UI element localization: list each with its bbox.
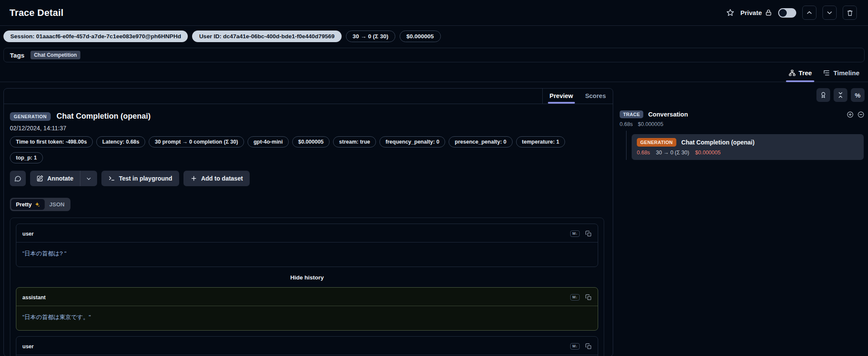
comment-button[interactable] — [10, 171, 26, 186]
format-json-tab[interactable]: JSON — [45, 199, 69, 210]
user-id-badge[interactable]: User ID: dc47a41e-06bc-400d-bde1-f0e440d… — [192, 31, 341, 42]
node-latency: 0.68s — [637, 150, 650, 156]
id-badges-row: Session: 01aaacf6-e0fe-457d-a7de-7c1ee08… — [0, 26, 868, 46]
metric-time-to-first-token: Time to first token: -498.00s — [10, 136, 93, 147]
metric-token-usage: 30 prompt → 0 completion (Σ 30) — [149, 136, 244, 147]
generation-node[interactable]: GENERATION Chat Completion (openai) 0.68… — [632, 134, 864, 160]
annotate-label: Annotate — [47, 175, 73, 182]
message-content: "日本の首都は? " — [16, 242, 598, 267]
metric-badges-row: Time to first token: -498.00s Latency: 0… — [10, 136, 607, 147]
markdown-toggle-icon[interactable]: M↓ — [570, 230, 580, 237]
metric-badges-row-2: top_p: 1 — [10, 152, 607, 163]
add-to-dataset-label: Add to dataset — [201, 175, 243, 182]
chevron-up-icon — [806, 9, 813, 16]
next-trace-button[interactable] — [822, 6, 837, 20]
sparkles-icon — [34, 202, 40, 207]
award-icon — [820, 92, 827, 98]
message-role: assistant — [22, 295, 46, 301]
observation-timestamp: 02/12/2024, 14:11:37 — [10, 125, 607, 132]
test-in-playground-label: Test in playground — [119, 175, 172, 182]
main-content: Preview Scores GENERATION Chat Completio… — [0, 82, 868, 356]
node-tokens: 30 → 0 (Σ 30) — [656, 150, 689, 156]
page-header: Trace Detail Private — [0, 0, 868, 25]
tree-icon — [789, 69, 796, 77]
node-cost: $0.000005 — [695, 150, 721, 156]
trace-type-badge: TRACE — [620, 110, 643, 118]
prev-trace-button[interactable] — [802, 6, 816, 20]
panel-tabbar: Preview Scores — [4, 89, 613, 104]
collapse-all-button[interactable] — [834, 88, 847, 102]
messages-container: user M↓ "日本の首都は? " Hide history assistan… — [10, 218, 604, 356]
copy-icon[interactable] — [585, 343, 592, 350]
copy-icon[interactable] — [585, 294, 592, 301]
metric-top-p: top_p: 1 — [10, 152, 43, 163]
zoom-out-circle-icon[interactable] — [857, 111, 865, 118]
annotate-split-button: Annotate — [30, 171, 97, 186]
format-toggle: Pretty JSON — [10, 198, 70, 211]
metric-latency: Latency: 0.68s — [96, 136, 145, 147]
pretty-label: Pretty — [16, 201, 32, 208]
tree-toolbar: % — [620, 88, 865, 102]
add-to-dataset-button[interactable]: Add to dataset — [183, 171, 250, 186]
tag-chat-competition[interactable]: Chat Competition — [31, 51, 80, 59]
generation-node-badge: GENERATION — [637, 138, 676, 147]
zoom-in-circle-icon[interactable] — [847, 111, 854, 118]
annotate-dropdown-button[interactable] — [80, 171, 97, 186]
metric-temperature: temperature: 1 — [516, 136, 565, 147]
percent-icon: % — [855, 92, 860, 99]
lock-icon — [765, 9, 772, 16]
metric-frequency-penalty: frequency_penalty: 0 — [379, 136, 445, 147]
session-badge[interactable]: Session: 01aaacf6-e0fe-457d-a7de-7c1ee08… — [3, 31, 188, 42]
copy-icon[interactable] — [585, 230, 592, 237]
total-cost-badge: $0.000005 — [400, 31, 441, 42]
token-usage-badge: 30 → 0 (Σ 30) — [346, 31, 395, 42]
action-buttons-row: Annotate Test in playground Add to datas… — [10, 171, 607, 186]
chevron-down-icon — [826, 9, 833, 16]
public-toggle[interactable] — [778, 8, 796, 18]
message-role: user — [22, 231, 34, 237]
delete-trace-button[interactable] — [843, 6, 857, 20]
generation-node-metrics: 0.68s 30 → 0 (Σ 30) $0.000005 — [637, 150, 859, 156]
hide-history-button[interactable]: Hide history — [16, 273, 598, 287]
annotate-button[interactable]: Annotate — [30, 171, 80, 186]
fold-vertical-icon — [837, 92, 844, 98]
trace-root-row[interactable]: TRACE Conversation — [620, 110, 865, 118]
toggle-knob — [779, 9, 787, 17]
trace-metrics: 0.68s $0.000005 — [620, 121, 865, 127]
privacy-control[interactable]: Private — [740, 9, 772, 16]
tab-timeline-label: Timeline — [833, 69, 859, 77]
message-user-2: user M↓ "ありがとう" — [16, 336, 598, 356]
metric-presence-penalty: presence_penalty: 0 — [449, 136, 512, 147]
chevron-down-icon — [86, 176, 92, 181]
message-assistant-1: assistant M↓ "日本の首都は東京です。" — [16, 287, 598, 331]
trace-cost: $0.000005 — [638, 121, 663, 127]
tab-scores[interactable]: Scores — [580, 89, 611, 104]
tags-label: Tags — [10, 52, 24, 59]
message-user-1: user M↓ "日本の首都は? " — [16, 224, 598, 267]
tab-preview[interactable]: Preview — [544, 89, 578, 104]
markdown-toggle-icon[interactable]: M↓ — [570, 294, 580, 301]
tree-guide-line — [626, 131, 627, 160]
format-pretty-tab[interactable]: Pretty — [11, 199, 45, 210]
metric-stream: stream: true — [333, 136, 376, 147]
scores-toggle-button[interactable] — [816, 88, 830, 102]
observation-preview-panel: Preview Scores GENERATION Chat Completio… — [3, 88, 613, 356]
comment-bubble-icon — [14, 175, 21, 182]
edit-pencil-icon — [37, 175, 43, 182]
plus-icon — [190, 175, 197, 182]
bookmark-star-icon[interactable] — [726, 9, 734, 17]
page-title: Trace Detail — [9, 7, 64, 18]
tags-container[interactable]: Tags Chat Competition — [3, 48, 865, 62]
message-role: user — [22, 344, 34, 350]
tab-tree-label: Tree — [799, 69, 812, 77]
metric-model[interactable]: gpt-4o-mini — [248, 136, 289, 147]
trash-icon — [847, 9, 853, 16]
tab-timeline[interactable]: Timeline — [819, 68, 864, 82]
trace-latency: 0.68s — [620, 121, 633, 127]
test-in-playground-button[interactable]: Test in playground — [101, 171, 179, 186]
trace-title: Conversation — [648, 111, 688, 118]
trace-tree-sidebar: % TRACE Conversation 0.68s $0.000005 GEN… — [619, 88, 865, 160]
markdown-toggle-icon[interactable]: M↓ — [570, 343, 580, 350]
metrics-percent-button[interactable]: % — [851, 88, 865, 102]
tab-tree[interactable]: Tree — [784, 68, 816, 82]
